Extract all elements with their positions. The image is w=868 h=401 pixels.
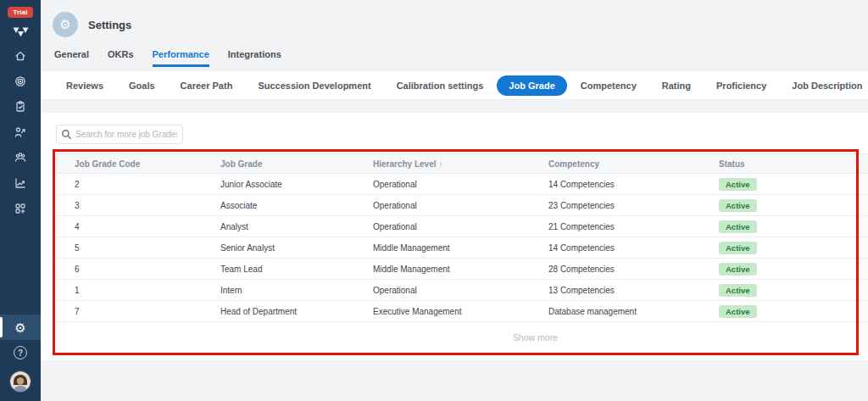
job-grade-toolbar: + Create Job Grade	[56, 123, 868, 145]
table-row: 5 Senior Analyst Middle Management 14 Co…	[56, 237, 868, 259]
settings-tabs: GeneralOKRsPerformanceIntegrations	[54, 49, 868, 67]
team-icon	[14, 151, 27, 168]
status-badge: Active	[719, 242, 757, 254]
cell-hierarchy-level: Operational	[373, 286, 548, 295]
page-title: Settings	[88, 19, 131, 31]
performance-subtab[interactable]: Job Description	[780, 75, 868, 96]
performance-subtabs: ReviewsGoalsCareer PathSuccession Develo…	[41, 71, 868, 100]
table-body: 2 Junior Associate Operational 14 Compet…	[56, 174, 868, 322]
column-header-action: Action	[812, 159, 868, 169]
sidebar-item-help[interactable]: ?	[0, 340, 41, 365]
table-row: 3 Associate Operational 23 Competencies …	[56, 195, 868, 216]
cell-hierarchy-level: Middle Management	[373, 243, 548, 253]
cell-job-grade-code: 6	[56, 265, 220, 274]
app-logo-icon[interactable]	[13, 26, 29, 42]
sidebar-item-reviews[interactable]	[0, 96, 41, 121]
cell-job-grade-code: 2	[56, 180, 220, 189]
cell-competency: 14 Competencies	[548, 180, 719, 189]
sidebar-item-talent[interactable]	[0, 121, 41, 147]
status-badge: Active	[719, 305, 757, 318]
table-row: 2 Junior Associate Operational 14 Compet…	[56, 174, 868, 195]
cell-hierarchy-level: Executive Management	[373, 307, 548, 316]
trial-badge: Trial	[8, 7, 32, 18]
cell-job-grade: Associate	[220, 201, 373, 210]
cell-competency: 13 Competencies	[548, 286, 719, 295]
cell-job-grade: Analyst	[220, 222, 373, 231]
performance-subtab[interactable]: Career Path	[169, 75, 245, 96]
performance-subtab[interactable]: Reviews	[54, 75, 115, 96]
sidebar: Trial ⚙	[0, 0, 41, 401]
search-input[interactable]	[56, 125, 183, 144]
cell-competency: 23 Competencies	[548, 201, 719, 210]
cell-job-grade: Junior Associate	[220, 180, 373, 189]
cell-job-grade: Senior Analyst	[220, 243, 373, 253]
table-row: 4 Analyst Operational 21 Competencies Ac…	[56, 216, 868, 237]
cell-job-grade-code: 1	[56, 286, 220, 295]
show-more-link[interactable]: Show more	[513, 332, 558, 343]
spacer-strip	[41, 100, 868, 113]
status-badge: Active	[719, 178, 757, 191]
person-growth-icon	[14, 125, 27, 142]
user-avatar[interactable]	[9, 370, 31, 393]
sidebar-item-apps[interactable]	[0, 198, 41, 223]
status-badge: Active	[719, 284, 757, 297]
table-row: 6 Team Lead Middle Management 28 Compete…	[56, 259, 868, 280]
cell-hierarchy-level: Operational	[373, 180, 548, 189]
help-icon: ?	[14, 346, 27, 359]
clipboard-check-icon	[14, 100, 27, 117]
column-header-status[interactable]: Status	[719, 159, 812, 169]
cell-job-grade: Head of Department	[220, 307, 373, 316]
settings-tab[interactable]: Integrations	[228, 49, 281, 67]
performance-subtab[interactable]: Job Grade	[497, 75, 566, 96]
settings-tab[interactable]: OKRs	[108, 49, 134, 67]
main-area: ⚙ Settings GeneralOKRsPerformanceIntegra…	[41, 0, 868, 401]
target-icon	[14, 75, 27, 92]
sidebar-item-home[interactable]	[0, 45, 41, 70]
status-badge: Active	[719, 263, 757, 276]
settings-gear-icon: ⚙	[53, 12, 78, 37]
settings-tab[interactable]: Performance	[153, 49, 209, 67]
cell-hierarchy-level: Operational	[373, 222, 548, 231]
performance-subtab[interactable]: Succession Development	[246, 75, 382, 96]
home-icon	[14, 49, 27, 66]
table-row: 7 Head of Department Executive Managemen…	[56, 301, 868, 322]
sidebar-item-team[interactable]	[0, 147, 41, 172]
column-header-job-grade-code[interactable]: Job Grade Code	[56, 159, 220, 169]
settings-tab[interactable]: General	[54, 49, 89, 67]
job-grade-table: Job Grade Code Job Grade Hierarchy Level…	[56, 153, 868, 353]
status-badge: Active	[719, 199, 757, 212]
performance-subtab[interactable]: Competency	[569, 75, 648, 96]
sort-ascending-icon: ↑	[439, 159, 443, 169]
cell-hierarchy-level: Middle Management	[373, 265, 548, 274]
performance-subtab[interactable]: Calibration settings	[385, 75, 496, 96]
sidebar-item-settings[interactable]: ⚙	[0, 315, 41, 340]
chart-line-icon	[14, 176, 27, 193]
gear-icon: ⚙	[14, 321, 25, 334]
job-grade-panel: + Create Job Grade Job Grade Code Job Gr…	[41, 113, 868, 360]
column-header-job-grade[interactable]: Job Grade	[220, 159, 373, 169]
table-row: 1 Intern Operational 13 Competencies Act…	[56, 280, 868, 301]
table-header-row: Job Grade Code Job Grade Hierarchy Level…	[56, 153, 868, 174]
cell-job-grade-code: 5	[56, 243, 220, 253]
cell-competency: Database management	[548, 307, 719, 316]
column-header-hierarchy-level[interactable]: Hierarchy Level↑	[373, 159, 548, 169]
cell-competency: 28 Competencies	[548, 265, 719, 274]
performance-subtab[interactable]: Goals	[117, 75, 167, 96]
cell-competency: 14 Competencies	[548, 243, 719, 253]
cell-job-grade: Team Lead	[220, 265, 373, 274]
sidebar-item-analytics[interactable]	[0, 172, 41, 198]
cell-job-grade: Intern	[220, 286, 373, 295]
cell-hierarchy-level: Operational	[373, 201, 548, 210]
performance-subtab[interactable]: Rating	[650, 75, 703, 96]
cell-competency: 21 Competencies	[548, 222, 719, 231]
sidebar-item-goals[interactable]	[0, 70, 41, 96]
performance-subtab[interactable]: Proficiency	[704, 75, 778, 96]
search-icon	[61, 128, 72, 143]
table-footer: Show more (7 of 7)	[56, 322, 868, 353]
settings-header: ⚙ Settings GeneralOKRsPerformanceIntegra…	[41, 0, 868, 71]
grid-plus-icon	[14, 202, 27, 219]
column-header-competency[interactable]: Competency	[548, 159, 719, 169]
cell-job-grade-code: 3	[56, 201, 220, 210]
app-window: Trial ⚙	[0, 0, 868, 401]
cell-job-grade-code: 7	[56, 307, 220, 316]
